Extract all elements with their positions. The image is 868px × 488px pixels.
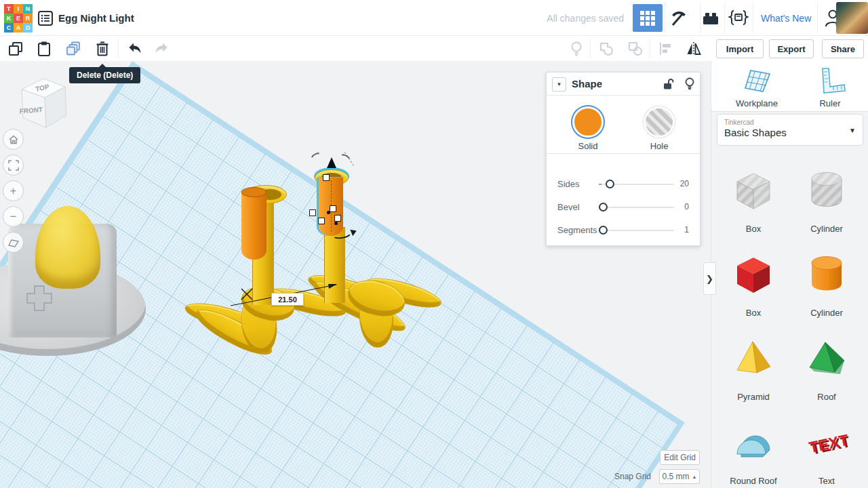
shape-pyramid[interactable]: Pyramid [717, 325, 790, 409]
inspector-title: Shape [572, 78, 602, 89]
shape-label: Roof [790, 392, 863, 402]
header-separator [753, 3, 753, 33]
document-title[interactable]: Egg Night Light [58, 12, 134, 24]
panel-divider [547, 153, 700, 154]
shapes-sidebar: Workplane Ruler Tinkercad Basic Shapes ▼ [711, 61, 868, 488]
snap-grid-dropdown[interactable]: 0.5 mm ▲ [659, 469, 700, 484]
copy-icon[interactable] [7, 41, 24, 57]
toolbar-separator [118, 39, 119, 58]
slider-value: 1 [684, 225, 689, 235]
bevel-slider-track[interactable] [601, 207, 674, 208]
properties-list-icon[interactable] [37, 10, 54, 26]
sides-slider-track[interactable] [601, 184, 674, 185]
edit-grid-button[interactable]: Edit Grid [660, 450, 700, 465]
solid-option[interactable] [572, 106, 604, 138]
segments-slider-handle[interactable] [599, 226, 608, 235]
chevron-down-icon: ▼ [849, 127, 856, 134]
slider-tick [599, 184, 601, 185]
shape-text[interactable]: TEXT TEXT Text [790, 409, 863, 488]
header-separator [665, 3, 665, 33]
slider-label: Bevel [557, 202, 580, 212]
rotate-arc-right[interactable] [337, 152, 352, 166]
hide-bulb-icon[interactable] [683, 77, 696, 92]
workplane-tool-icon [741, 66, 772, 94]
sides-slider-handle[interactable] [606, 180, 614, 188]
header-separator [817, 3, 818, 33]
paste-icon[interactable] [36, 41, 52, 57]
home-view-button[interactable] [3, 129, 24, 150]
plus-cutout [24, 283, 54, 313]
show-all-bulb-icon[interactable] [568, 41, 585, 57]
shape-label: Box [717, 224, 790, 234]
round-roof-icon [732, 420, 775, 464]
unlock-icon[interactable] [662, 77, 675, 91]
library-brand: Tinkercad [724, 119, 856, 126]
zoom-in-button[interactable]: + [3, 180, 24, 201]
orange-cylinder-model[interactable] [241, 192, 267, 260]
pyramid-icon [732, 336, 775, 380]
dimension-value-label[interactable]: 21.50 [271, 293, 304, 306]
raise-handle-cone[interactable] [327, 157, 336, 168]
slider-label: Segments [557, 225, 597, 235]
fit-view-button[interactable] [3, 155, 24, 176]
rotate-arc-left[interactable] [309, 151, 324, 165]
segments-slider-track[interactable] [601, 230, 674, 231]
bevel-slider-handle[interactable] [599, 203, 608, 211]
ruler-tool[interactable]: Ruler [800, 66, 861, 108]
hole-cylinder-icon [805, 168, 848, 211]
toolbar-separator [590, 39, 591, 58]
shape-library-dropdown[interactable]: Tinkercad Basic Shapes ▼ [717, 114, 863, 146]
view-cube[interactable]: TOP FRONT [14, 72, 71, 134]
hole-option[interactable] [644, 106, 675, 138]
group-icon[interactable] [598, 41, 614, 57]
cylinder-icon [805, 252, 848, 296]
ungroup-icon[interactable] [627, 41, 644, 57]
roof-icon [805, 336, 848, 380]
shape-hole-cylinder[interactable]: Cylinder [790, 157, 863, 241]
share-button[interactable]: Share [822, 39, 864, 58]
workplane-tool[interactable]: Workplane [726, 66, 787, 108]
align-icon[interactable] [658, 41, 674, 57]
text-icon: TEXT TEXT [805, 420, 848, 464]
shape-round-roof[interactable]: Round Roof [717, 409, 790, 488]
scale-handle[interactable] [323, 174, 330, 181]
shape-roof[interactable]: Roof [790, 325, 863, 409]
zoom-out-button[interactable]: − [3, 206, 24, 227]
redo-icon[interactable] [154, 41, 170, 57]
ruler-tool-label: Ruler [800, 98, 861, 108]
scale-handle[interactable] [318, 218, 325, 224]
viewport-3d[interactable]: workplane TOP FRONT + − Delete (Delete) [0, 61, 711, 488]
scale-handle[interactable] [309, 209, 316, 216]
codeblocks-icon[interactable] [728, 9, 749, 27]
scale-handle[interactable] [334, 215, 341, 222]
sidebar-collapse-handle[interactable]: ❯ [703, 262, 716, 295]
shape-label: Round Roof [717, 476, 790, 486]
export-button[interactable]: Export [769, 39, 814, 58]
delete-icon[interactable] [94, 41, 111, 57]
shape-cylinder[interactable]: Cylinder [790, 241, 863, 325]
text-icon-face: TEXT [808, 431, 848, 457]
collapse-panel-button[interactable]: ▼ [552, 77, 566, 92]
slider-value: 20 [680, 179, 689, 188]
grid-icon [640, 11, 655, 26]
workplane-view-button[interactable] [3, 232, 24, 253]
tinkercad-logo[interactable]: TINKERCAD [4, 4, 33, 33]
mirror-icon[interactable] [686, 41, 702, 57]
shape-box[interactable]: Box [717, 241, 790, 325]
dashboard-grid-button[interactable] [633, 4, 663, 32]
scale-handle[interactable] [330, 205, 336, 212]
duplicate-icon[interactable] [65, 41, 81, 57]
hole-box-icon [732, 168, 775, 211]
handle-dot [327, 211, 330, 214]
whats-new-link[interactable]: What's New [761, 13, 811, 24]
shape-hole-box[interactable]: Box [717, 157, 790, 241]
minecraft-pickaxe-icon[interactable] [669, 9, 688, 27]
workplane-tool-label: Workplane [726, 98, 787, 108]
shape-label: Text [790, 476, 863, 486]
shape-label: Cylinder [790, 224, 863, 234]
undo-icon[interactable] [126, 41, 142, 57]
slider-label: Sides [557, 179, 580, 189]
brick-blocks-icon[interactable] [703, 12, 719, 25]
avatar[interactable] [836, 2, 868, 34]
import-button[interactable]: Import [716, 39, 764, 58]
